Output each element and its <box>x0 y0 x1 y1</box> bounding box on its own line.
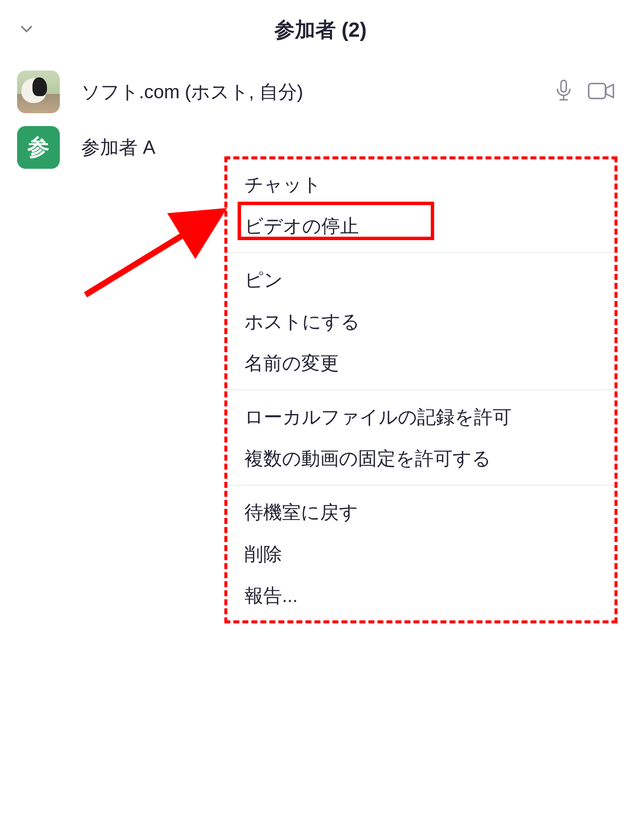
menu-item-make-host[interactable]: ホストにする <box>227 301 615 342</box>
microphone-icon[interactable] <box>553 79 574 105</box>
menu-item-allow-multipin[interactable]: 複数の動画の固定を許可する <box>227 438 615 479</box>
menu-item-report[interactable]: 報告... <box>227 575 615 616</box>
participant-status-icons <box>553 79 615 105</box>
participant-context-menu: チャット ビデオの停止 ピン ホストにする 名前の変更 ローカルファイルの記録を… <box>224 156 617 623</box>
menu-item-stop-video[interactable]: ビデオの停止 <box>227 205 615 247</box>
svg-line-5 <box>85 214 218 295</box>
annotation-arrow-icon <box>68 197 231 308</box>
video-icon[interactable] <box>587 81 615 103</box>
menu-item-allow-record[interactable]: ローカルファイルの記録を許可 <box>227 396 615 438</box>
panel-title: 参加者 (2) <box>17 16 624 44</box>
participant-name: ソフト.com (ホスト, 自分) <box>81 79 303 105</box>
menu-item-pin[interactable]: ピン <box>227 259 615 300</box>
menu-item-remove[interactable]: 削除 <box>227 533 615 575</box>
menu-item-rename[interactable]: 名前の変更 <box>227 342 615 384</box>
menu-item-waiting-room[interactable]: 待機室に戻す <box>227 491 615 533</box>
participant-name: 参加者 A <box>81 135 156 160</box>
avatar-initial: 参 <box>27 132 50 162</box>
svg-rect-0 <box>561 80 566 92</box>
avatar <box>17 70 60 113</box>
menu-separator <box>227 253 615 253</box>
panel-header: 参加者 (2) <box>17 13 624 47</box>
menu-item-chat[interactable]: チャット <box>227 164 615 205</box>
svg-marker-4 <box>606 85 613 98</box>
menu-separator <box>227 485 615 485</box>
avatar: 参 <box>17 126 60 169</box>
svg-rect-3 <box>589 84 606 99</box>
menu-separator <box>227 390 615 390</box>
participant-row[interactable]: ソフト.com (ホスト, 自分) <box>17 64 624 120</box>
